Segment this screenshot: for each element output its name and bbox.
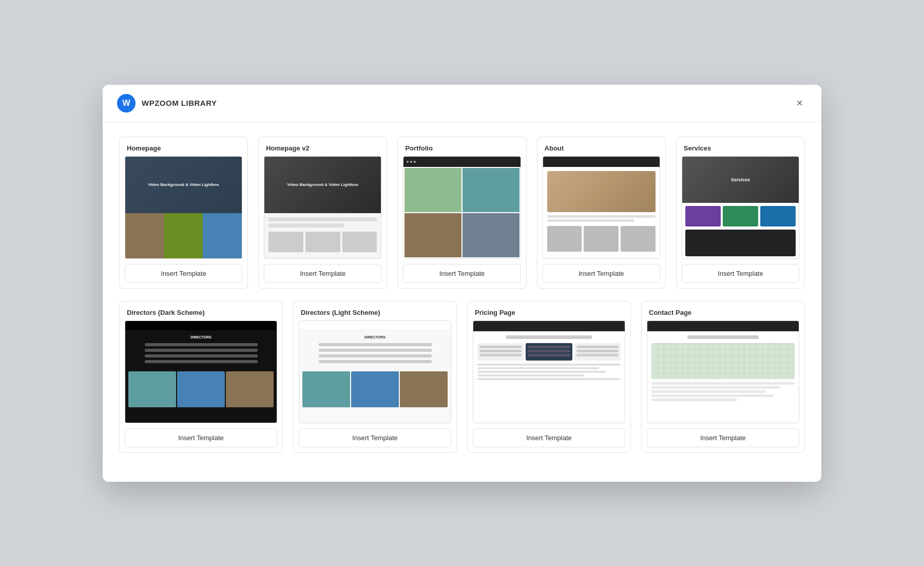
preview-pricing-content	[473, 331, 625, 386]
insert-template-homepage[interactable]: Insert Template	[125, 264, 242, 283]
preview-pricing-title	[506, 335, 592, 339]
preview-dark-img3	[226, 371, 274, 407]
preview-dark-img2	[177, 371, 225, 407]
preview-light-title: DIRECTORS	[304, 335, 446, 339]
preview-dark-title-section: DIRECTORS	[125, 330, 277, 368]
template-label-portfolio: Portfolio	[398, 137, 526, 156]
preview-about-content	[543, 167, 660, 256]
preview-about-textlines	[547, 215, 656, 222]
preview-contact-map	[651, 343, 795, 379]
preview-pricing-inner	[473, 321, 625, 423]
preview-form-line3	[651, 390, 766, 393]
preview-v2-lower-bar2	[268, 223, 344, 228]
preview-about-member3	[621, 226, 656, 252]
template-label-services: Services	[677, 137, 804, 156]
preview-about-inner	[543, 157, 660, 258]
preview-v2-box2	[305, 232, 340, 252]
template-card-homepage: Homepage Video Background & Video Lightb…	[119, 137, 248, 289]
preview-v2-lower-bar1	[268, 217, 377, 221]
preview-pricing-card-featured	[526, 343, 572, 361]
template-card-about: About	[537, 137, 666, 289]
preview-price-line3	[479, 354, 522, 356]
logo-icon: W	[117, 94, 136, 112]
preview-light-name1	[319, 343, 432, 346]
preview-price-line2	[479, 350, 522, 352]
preview-faq-line5	[477, 378, 621, 380]
preview-services-dark-block	[685, 230, 796, 256]
preview-dark-name4	[145, 360, 258, 363]
preview-form-line1	[651, 382, 795, 385]
preview-about-line1	[547, 215, 656, 218]
preview-form-line5	[651, 399, 737, 401]
modal-header: W WPZOOM LIBRARY ×	[103, 85, 821, 122]
template-label-directors-dark: Directors (Dark Scheme)	[120, 301, 282, 320]
insert-template-about[interactable]: Insert Template	[543, 264, 660, 283]
preview-light-name3	[319, 354, 432, 357]
close-button[interactable]: ×	[792, 96, 807, 111]
template-card-services: Services Services Insert Tem	[676, 137, 805, 289]
preview-about-team	[547, 226, 656, 252]
logo-letter: W	[122, 99, 130, 108]
preview-about-line2	[547, 219, 634, 222]
preview-pricing-faq	[477, 364, 621, 380]
preview-pricing-card3	[574, 343, 621, 361]
insert-template-directors-light[interactable]: Insert Template	[299, 428, 451, 447]
template-preview-contact	[647, 320, 799, 423]
preview-services-hero: Services	[682, 157, 799, 203]
preview-light-collage	[302, 371, 448, 407]
template-preview-directors-light: DIRECTORS	[299, 320, 451, 423]
template-preview-homepage: Video Background & Video Lightbox	[125, 156, 242, 259]
preview-portfolio-inner	[403, 157, 520, 258]
topbar-dot3	[414, 161, 416, 163]
preview-homepage-inner: Video Background & Video Lightbox	[125, 157, 242, 258]
insert-template-pricing[interactable]: Insert Template	[473, 428, 625, 447]
template-preview-services: Services	[682, 156, 799, 259]
preview-services-hero-text: Services	[731, 177, 750, 182]
preview-light-img3	[400, 371, 448, 407]
preview-pricing-card1	[477, 343, 524, 361]
preview-contact-title	[687, 335, 759, 339]
preview-about-topbar	[543, 157, 660, 167]
preview-portfolio-g2	[463, 168, 519, 212]
preview-form-line4	[651, 394, 773, 397]
template-preview-about	[543, 156, 660, 259]
preview-gallery-row	[125, 213, 242, 258]
preview-services-inner: Services	[682, 157, 799, 258]
template-card-homepage-v2: Homepage v2 Video Background & Video Lig…	[258, 137, 387, 289]
preview-hero-text: Video Background & Video Lightbox	[148, 182, 219, 187]
preview-about-member2	[584, 226, 619, 252]
insert-template-homepage-v2[interactable]: Insert Template	[264, 264, 381, 283]
preview-dark-name3	[145, 354, 258, 357]
templates-grid-row1: Homepage Video Background & Video Lightb…	[119, 137, 805, 289]
template-card-pricing: Pricing Page	[467, 301, 631, 453]
preview-dark-img1	[128, 371, 176, 407]
template-preview-pricing	[473, 320, 625, 423]
template-card-portfolio: Portfolio	[397, 137, 526, 289]
insert-template-directors-dark[interactable]: Insert Template	[125, 428, 277, 447]
preview-services-card3	[760, 206, 796, 227]
preview-portfolio-g4	[463, 213, 519, 257]
preview-pricing-topbar	[473, 321, 625, 331]
preview-faq-line2	[477, 367, 599, 369]
preview-v2-hero-text: Video Background & Video Lightbox	[287, 182, 358, 187]
modal-title: WPZOOM LIBRARY	[142, 99, 217, 107]
template-preview-portfolio	[403, 156, 521, 259]
insert-template-portfolio[interactable]: Insert Template	[403, 264, 521, 283]
preview-dark-collage	[128, 371, 274, 407]
insert-template-services[interactable]: Insert Template	[682, 264, 799, 283]
preview-price-featured-line1	[528, 346, 570, 348]
preview-portfolio-g1	[405, 168, 461, 212]
insert-template-contact[interactable]: Insert Template	[647, 428, 799, 447]
preview-price-featured-line3	[528, 354, 570, 356]
template-label-pricing: Pricing Page	[468, 301, 630, 320]
preview-contact-content	[647, 331, 799, 405]
preview-portfolio-grid	[403, 167, 520, 258]
preview-contact-inner	[647, 321, 799, 423]
preview-faq-line4	[477, 374, 585, 376]
template-card-directors-dark: Directors (Dark Scheme) DIRECTORS	[119, 301, 283, 453]
topbar-dot1	[407, 161, 409, 163]
preview-price-line3a	[576, 346, 619, 348]
preview-form-line2	[651, 386, 780, 389]
preview-gallery-img1	[125, 213, 164, 258]
preview-price-line3c	[576, 354, 619, 356]
